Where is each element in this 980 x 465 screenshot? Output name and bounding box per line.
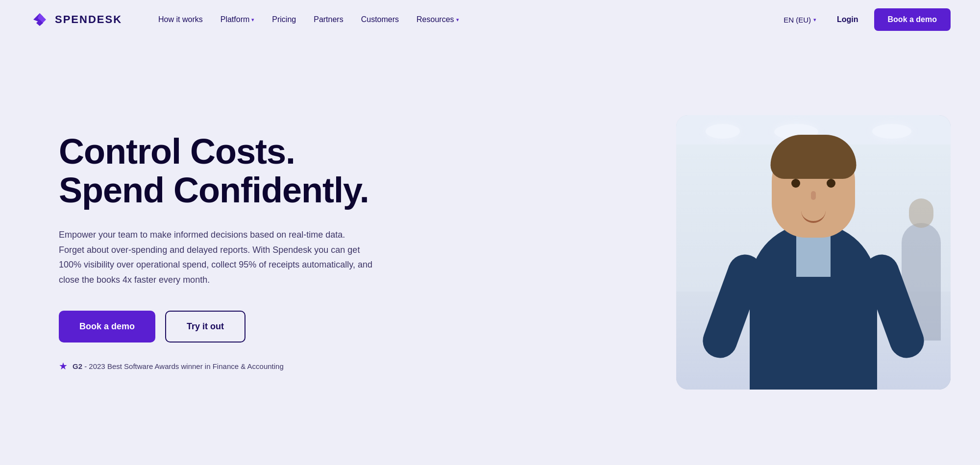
award-badge: ★ G2 - 2023 Best Software Awards winner …	[59, 360, 372, 372]
nav-customers[interactable]: Customers	[354, 11, 406, 28]
hero-title: Control Costs. Spend Confidently.	[59, 132, 372, 210]
nav-links: How it works Platform ▾ Pricing Partners…	[151, 11, 779, 28]
logo-link[interactable]: SPENDESK	[29, 9, 122, 30]
book-demo-hero-button[interactable]: Book a demo	[59, 311, 155, 343]
person-eye-right	[827, 179, 835, 188]
brand-name: SPENDESK	[55, 13, 122, 26]
resources-chevron-icon: ▾	[456, 17, 459, 23]
ceiling-light-3	[872, 124, 911, 139]
person-nose	[811, 191, 816, 200]
language-chevron-icon: ▾	[813, 17, 816, 23]
nav-resources[interactable]: Resources ▾	[410, 11, 466, 28]
nav-how-it-works[interactable]: How it works	[151, 11, 210, 28]
background-figure-head	[909, 198, 933, 228]
hero-section: Control Costs. Spend Confidently. Empowe…	[0, 39, 980, 465]
star-icon: ★	[59, 360, 68, 372]
person-torso	[750, 223, 877, 390]
hero-description: Empower your team to make informed decis…	[59, 227, 372, 287]
navbar: SPENDESK How it works Platform ▾ Pricing…	[0, 0, 980, 39]
nav-partners[interactable]: Partners	[307, 11, 350, 28]
platform-chevron-icon: ▾	[251, 17, 254, 23]
language-selector[interactable]: EN (EU) ▾	[779, 12, 821, 28]
login-button[interactable]: Login	[829, 11, 866, 28]
book-demo-nav-button[interactable]: Book a demo	[874, 8, 951, 31]
try-it-out-button[interactable]: Try it out	[165, 311, 245, 343]
person-head	[772, 140, 855, 238]
spendesk-logo-icon	[29, 9, 50, 30]
hero-content: Control Costs. Spend Confidently. Empowe…	[59, 132, 412, 372]
person-hair	[771, 135, 857, 179]
award-text: G2 - 2023 Best Software Awards winner in…	[73, 362, 284, 370]
person-smile	[801, 211, 826, 223]
hero-image-area	[676, 115, 951, 390]
person-eye-left	[791, 179, 800, 188]
nav-pricing[interactable]: Pricing	[265, 11, 303, 28]
ceiling-light-1	[706, 124, 740, 139]
nav-platform[interactable]: Platform ▾	[214, 11, 262, 28]
hero-photo	[676, 115, 951, 390]
hero-buttons: Book a demo Try it out	[59, 311, 372, 343]
nav-right: EN (EU) ▾ Login Book a demo	[779, 8, 951, 31]
